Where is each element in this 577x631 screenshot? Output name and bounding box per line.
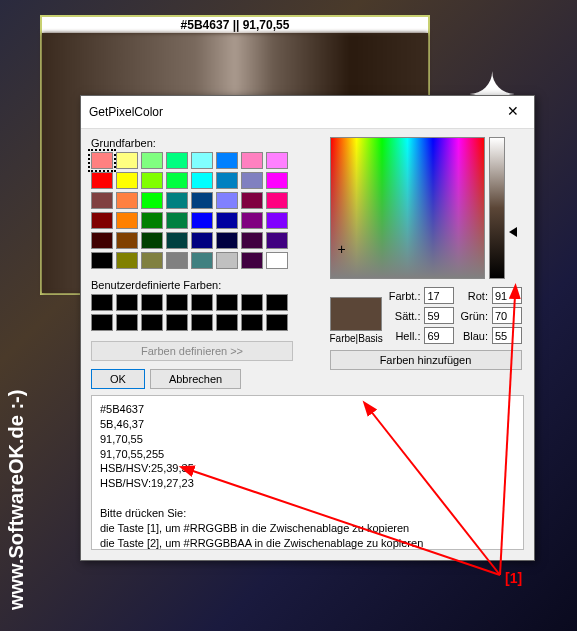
basic-color-swatch[interactable] [241, 212, 263, 229]
output-line: die Taste [1], um #RRGGBB in die Zwische… [100, 521, 515, 536]
basic-colors-grid [91, 152, 324, 269]
basic-color-swatch[interactable] [266, 172, 288, 189]
custom-color-swatch[interactable] [241, 294, 263, 311]
blue-label: Blau: [460, 330, 488, 342]
basic-color-swatch[interactable] [241, 192, 263, 209]
lum-field[interactable] [424, 327, 454, 344]
basic-color-swatch[interactable] [141, 192, 163, 209]
basic-color-swatch[interactable] [191, 152, 213, 169]
red-label: Rot: [460, 290, 488, 302]
basic-color-swatch[interactable] [216, 152, 238, 169]
magnifier-title: #5B4637 || 91,70,55 [42, 17, 428, 33]
output-line: HSB/HSV:19,27,23 [100, 476, 515, 491]
basic-color-swatch[interactable] [166, 212, 188, 229]
basic-color-swatch[interactable] [216, 232, 238, 249]
basic-color-swatch[interactable] [191, 212, 213, 229]
close-icon[interactable]: ✕ [500, 102, 526, 122]
basic-color-swatch[interactable] [166, 252, 188, 269]
sat-label: Sätt.: [389, 310, 421, 322]
color-picker-dialog: GetPixelColor ✕ Grundfarben: Benutzerdef… [80, 95, 535, 561]
basic-color-swatch[interactable] [191, 252, 213, 269]
basic-color-swatch[interactable] [241, 252, 263, 269]
custom-color-swatch[interactable] [141, 314, 163, 331]
lum-label: Hell.: [389, 330, 421, 342]
custom-color-swatch[interactable] [116, 294, 138, 311]
dialog-title: GetPixelColor [89, 105, 163, 119]
output-panel[interactable]: #5B46375B,46,3791,70,5591,70,55,255HSB/H… [91, 395, 524, 550]
hue-label: Farbt.: [389, 290, 421, 302]
basic-color-swatch[interactable] [91, 152, 113, 169]
preview-label: Farbe|Basis [330, 333, 383, 344]
basic-color-swatch[interactable] [91, 172, 113, 189]
basic-color-swatch[interactable] [266, 152, 288, 169]
basic-color-swatch[interactable] [166, 232, 188, 249]
color-spectrum[interactable]: + [330, 137, 485, 279]
basic-color-swatch[interactable] [191, 232, 213, 249]
basic-color-swatch[interactable] [91, 232, 113, 249]
basic-color-swatch[interactable] [266, 232, 288, 249]
custom-color-swatch[interactable] [216, 314, 238, 331]
custom-color-swatch[interactable] [141, 294, 163, 311]
basic-color-swatch[interactable] [116, 232, 138, 249]
luminance-slider[interactable] [489, 137, 505, 279]
basic-color-swatch[interactable] [116, 172, 138, 189]
spectrum-crosshair-icon: + [338, 241, 348, 251]
custom-colors-grid [91, 294, 324, 331]
basic-color-swatch[interactable] [216, 212, 238, 229]
basic-color-swatch[interactable] [91, 192, 113, 209]
basic-color-swatch[interactable] [91, 252, 113, 269]
basic-color-swatch[interactable] [241, 172, 263, 189]
basic-color-swatch[interactable] [191, 172, 213, 189]
cancel-button[interactable]: Abbrechen [150, 369, 241, 389]
basic-color-swatch[interactable] [191, 192, 213, 209]
custom-color-swatch[interactable] [216, 294, 238, 311]
basic-color-swatch[interactable] [141, 212, 163, 229]
basic-color-swatch[interactable] [266, 192, 288, 209]
custom-color-swatch[interactable] [116, 314, 138, 331]
custom-color-swatch[interactable] [166, 294, 188, 311]
basic-color-swatch[interactable] [91, 212, 113, 229]
basic-color-swatch[interactable] [266, 212, 288, 229]
basic-color-swatch[interactable] [141, 252, 163, 269]
output-line: Bitte drücken Sie: [100, 506, 515, 521]
custom-color-swatch[interactable] [266, 314, 288, 331]
color-preview-swatch [330, 297, 382, 331]
green-field[interactable] [492, 307, 522, 324]
output-line: die Taste [2], um #RRGGBBAA in die Zwisc… [100, 536, 515, 550]
custom-color-swatch[interactable] [241, 314, 263, 331]
basic-color-swatch[interactable] [141, 152, 163, 169]
ok-button[interactable]: OK [91, 369, 145, 389]
basic-color-swatch[interactable] [116, 252, 138, 269]
basic-color-swatch[interactable] [116, 192, 138, 209]
blue-field[interactable] [492, 327, 522, 344]
basic-color-swatch[interactable] [166, 172, 188, 189]
red-field[interactable] [492, 287, 522, 304]
custom-color-swatch[interactable] [91, 314, 113, 331]
basic-color-swatch[interactable] [216, 192, 238, 209]
basic-color-swatch[interactable] [166, 192, 188, 209]
output-line: HSB/HSV:25,39,35 [100, 461, 515, 476]
custom-color-swatch[interactable] [91, 294, 113, 311]
basic-color-swatch[interactable] [216, 172, 238, 189]
sat-field[interactable] [424, 307, 454, 324]
custom-color-swatch[interactable] [191, 314, 213, 331]
basic-color-swatch[interactable] [166, 152, 188, 169]
basic-color-swatch[interactable] [216, 252, 238, 269]
output-line: 91,70,55,255 [100, 447, 515, 462]
basic-color-swatch[interactable] [241, 152, 263, 169]
hue-field[interactable] [424, 287, 454, 304]
custom-color-swatch[interactable] [191, 294, 213, 311]
basic-color-swatch[interactable] [266, 252, 288, 269]
basic-color-swatch[interactable] [141, 232, 163, 249]
basic-color-swatch[interactable] [241, 232, 263, 249]
custom-colors-label: Benutzerdefinierte Farben: [91, 279, 324, 291]
basic-color-swatch[interactable] [116, 152, 138, 169]
custom-color-swatch[interactable] [266, 294, 288, 311]
define-colors-button: Farben definieren >> [91, 341, 293, 361]
custom-color-swatch[interactable] [166, 314, 188, 331]
basic-color-swatch[interactable] [141, 172, 163, 189]
titlebar[interactable]: GetPixelColor ✕ [81, 96, 534, 129]
add-color-button[interactable]: Farben hinzufügen [330, 350, 522, 370]
basic-color-swatch[interactable] [116, 212, 138, 229]
output-line [100, 491, 515, 506]
